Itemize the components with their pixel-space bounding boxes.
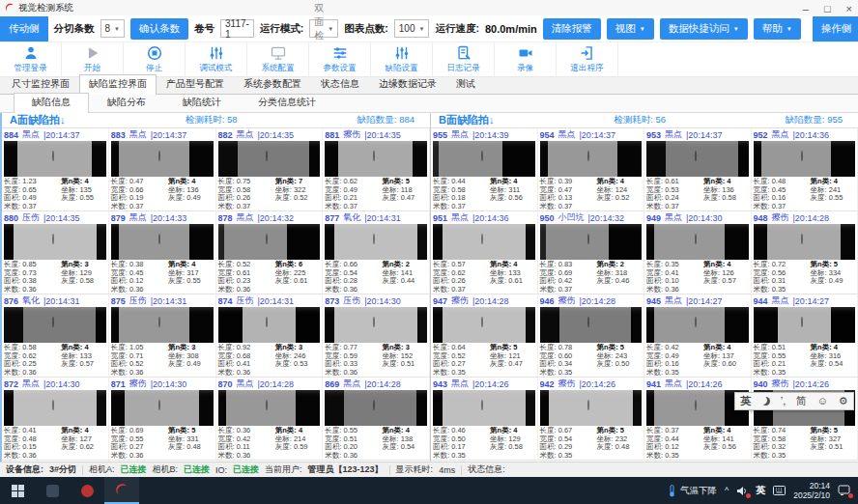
defect-cell-882[interactable]: 882黑点|20:14:35长度: 0.75宽度: 0.58面积: 0.26米数… — [216, 128, 324, 211]
defect-thumbnail[interactable] — [646, 390, 749, 426]
ime-english-toggle[interactable]: 英 — [740, 396, 751, 406]
ime-simplified-toggle[interactable]: 简 — [796, 396, 807, 406]
chart-points-select[interactable]: 100▼ — [394, 19, 430, 38]
defect-thumbnail[interactable] — [754, 141, 856, 177]
defect-cell-955[interactable]: 955黑点|20:14:39长度: 0.44宽度: 0.58面积: 0.18米数… — [431, 128, 538, 211]
clear-alarm-button[interactable]: 清除报警 — [543, 18, 601, 40]
maximize-button[interactable]: □ — [824, 4, 831, 14]
operator-side-button[interactable]: 操作侧 — [813, 16, 858, 42]
defect-cell-869[interactable]: 869黑点|20:14:28长度: 0.55宽度: 0.51面积: 0.20米数… — [323, 378, 430, 461]
gear-icon[interactable]: ⚙ — [839, 396, 848, 406]
defect-cell-877[interactable]: 877氧化|20:14:31长度: 0.66宽度: 0.54面积: 0.28米数… — [323, 211, 430, 294]
clock[interactable]: 20:14 2025/2/10 — [793, 481, 830, 500]
defect-thumbnail[interactable] — [218, 307, 321, 343]
quick-access-menu-button[interactable]: 数据快捷访问▼ — [660, 18, 748, 40]
action-hsliders[interactable]: 参数设置 — [309, 42, 371, 76]
defect-thumbnail[interactable] — [325, 307, 427, 343]
defect-thumbnail[interactable] — [646, 141, 749, 177]
defect-thumbnail[interactable] — [433, 307, 535, 343]
taskbar-app-icon-active[interactable] — [104, 477, 139, 504]
defect-cell-945[interactable]: 945黑点|20:14:27长度: 0.42宽度: 0.49面积: 0.16米数… — [644, 294, 752, 378]
defect-cell-948[interactable]: 948擦伤|20:14:28长度: 0.72宽度: 0.56面积: 0.31米数… — [752, 211, 858, 294]
action-user[interactable]: 管理登录 — [0, 42, 62, 76]
defect-cell-883[interactable]: 883黑点|20:14:37长度: 0.47宽度: 0.66面积: 0.19米数… — [109, 128, 216, 211]
volume-icon[interactable] — [736, 486, 748, 496]
subtab-1[interactable]: 缺陷分布 — [89, 93, 164, 112]
defect-thumbnail[interactable] — [433, 390, 535, 426]
defect-thumbnail[interactable] — [4, 307, 106, 343]
defect-thumbnail[interactable] — [218, 390, 321, 426]
defect-cell-954[interactable]: 954黑点|20:14:37长度: 0.39宽度: 0.47面积: 0.13米数… — [538, 128, 645, 211]
defect-thumbnail[interactable] — [754, 307, 856, 343]
defect-thumbnail[interactable] — [4, 390, 106, 426]
drive-side-button[interactable]: 传动侧 — [0, 16, 48, 42]
action-sliders[interactable]: 缺陷设置 — [371, 42, 433, 76]
defect-thumbnail[interactable] — [540, 224, 643, 260]
defect-cell-878[interactable]: 878黑点|20:14:32长度: 0.52宽度: 0.61面积: 0.23米数… — [216, 211, 324, 294]
language-indicator[interactable]: 英 — [756, 484, 765, 497]
defect-cell-880[interactable]: 880压伤|20:14:35长度: 0.85宽度: 0.73面积: 0.38米数… — [2, 211, 109, 294]
defect-thumbnail[interactable] — [111, 307, 214, 343]
defect-cell-876[interactable]: 876氧化|20:14:31长度: 0.58宽度: 0.62面积: 0.25米数… — [2, 294, 109, 378]
action-monitor[interactable]: 系统配置 — [247, 42, 309, 76]
defect-cell-953[interactable]: 953黑点|20:14:37长度: 0.61宽度: 0.53面积: 0.24米数… — [644, 128, 752, 211]
roll-number-input[interactable]: 3117-1 — [220, 19, 254, 38]
defect-cell-950[interactable]: 950小凹坑|20:14:32长度: 0.83宽度: 0.69面积: 0.42米… — [538, 211, 645, 294]
action-log[interactable]: 日志记录 — [433, 42, 495, 76]
tab-3[interactable]: 系统参数配置 — [234, 74, 311, 94]
defect-cell-946[interactable]: 946擦伤|20:14:28长度: 0.78宽度: 0.60面积: 0.34米数… — [538, 294, 645, 378]
defect-cell-947[interactable]: 947擦伤|20:14:28长度: 0.64宽度: 0.52面积: 0.27米数… — [431, 294, 538, 378]
minimize-button[interactable]: – — [803, 4, 809, 14]
ime-keyboard-icon[interactable] — [773, 486, 786, 495]
help-menu-button[interactable]: 帮助▼ — [754, 18, 801, 40]
defect-cell-872[interactable]: 872黑点|20:14:30长度: 0.41宽度: 0.48面积: 0.15米数… — [2, 378, 109, 461]
defect-thumbnail[interactable] — [325, 224, 427, 260]
defect-cell-943[interactable]: 943黑点|20:14:26长度: 0.46宽度: 0.50面积: 0.17米数… — [431, 378, 538, 461]
tab-6[interactable]: 测试 — [446, 74, 485, 94]
defect-thumbnail[interactable] — [111, 390, 214, 426]
tab-2[interactable]: 产品型号配置 — [157, 74, 234, 94]
action-stop[interactable]: 停止 — [124, 42, 186, 76]
defect-cell-881[interactable]: 881擦伤|20:14:35长度: 0.62宽度: 0.49面积: 0.21米数… — [323, 128, 430, 211]
defect-thumbnail[interactable] — [325, 141, 427, 177]
defect-cell-873[interactable]: 873压伤|20:14:30长度: 0.77宽度: 0.59面积: 0.33米数… — [323, 294, 430, 378]
subtab-0[interactable]: 缺陷信息 — [14, 93, 89, 113]
taskbar-app-icon-1[interactable] — [35, 477, 70, 504]
ime-punctuation-toggle[interactable]: ’, — [781, 396, 786, 406]
subtab-2[interactable]: 缺陷统计 — [164, 93, 240, 112]
action-play[interactable]: 开始 — [62, 42, 124, 76]
defect-cell-952[interactable]: 952黑点|20:14:36长度: 0.48宽度: 0.45面积: 0.16米数… — [752, 128, 858, 211]
defect-thumbnail[interactable] — [433, 141, 535, 177]
taskbar-app-icon-2[interactable] — [70, 477, 104, 504]
notification-center-icon[interactable] — [838, 485, 850, 496]
defect-cell-944[interactable]: 944黑点|20:14:27长度: 0.51宽度: 0.55面积: 0.21米数… — [752, 294, 858, 378]
run-mode-select[interactable]: 双面检测▼ — [309, 19, 338, 38]
confirm-strips-button[interactable]: 确认条数 — [130, 18, 188, 40]
defect-thumbnail[interactable] — [218, 141, 321, 177]
tab-5[interactable]: 边缘数据记录 — [369, 74, 446, 94]
start-button[interactable] — [0, 477, 35, 504]
defect-thumbnail[interactable] — [646, 307, 749, 343]
defect-cell-874[interactable]: 874压伤|20:14:31长度: 0.92宽度: 0.68面积: 0.41米数… — [216, 294, 324, 378]
defect-thumbnail[interactable] — [4, 224, 106, 260]
defect-thumbnail[interactable] — [218, 224, 321, 260]
view-menu-button[interactable]: 视图▼ — [607, 18, 654, 40]
defect-thumbnail[interactable] — [540, 390, 643, 426]
emoji-icon[interactable]: ☺ — [817, 396, 828, 406]
action-exit[interactable]: 退出程序 — [557, 42, 618, 76]
tray-expand-chevron[interactable]: ^ — [725, 486, 729, 495]
defect-cell-879[interactable]: 879黑点|20:14:33长度: 0.38宽度: 0.45面积: 0.12米数… — [109, 211, 216, 294]
defect-cell-942[interactable]: 942擦伤|20:14:26长度: 0.67宽度: 0.54面积: 0.29米数… — [538, 378, 645, 461]
action-sliders[interactable]: 调试模式 — [186, 42, 247, 76]
subtab-3[interactable]: 分类信息统计 — [240, 93, 334, 112]
defect-thumbnail[interactable] — [4, 141, 106, 177]
defect-cell-941[interactable]: 941黑点|20:14:26长度: 0.37宽度: 0.44面积: 0.12米数… — [644, 378, 752, 461]
defect-thumbnail[interactable] — [540, 307, 643, 343]
close-button[interactable]: × — [846, 4, 852, 14]
defect-thumbnail[interactable] — [540, 141, 643, 177]
defect-thumbnail[interactable] — [111, 224, 214, 260]
tab-4[interactable]: 状态信息 — [311, 74, 369, 94]
defect-thumbnail[interactable] — [754, 224, 856, 260]
defect-cell-949[interactable]: 949黑点|20:14:30长度: 0.35宽度: 0.41面积: 0.10米数… — [644, 211, 752, 294]
tab-1[interactable]: 缺陷监控界面 — [79, 74, 157, 95]
